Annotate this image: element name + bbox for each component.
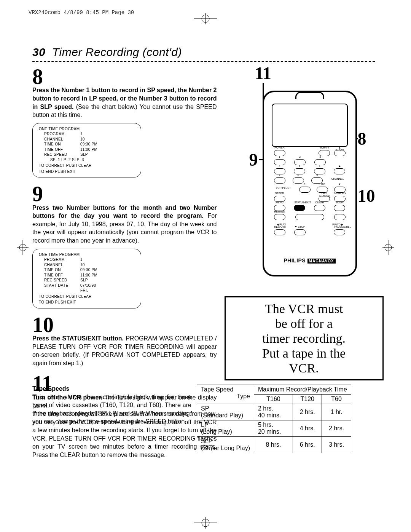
remote-brand: PHILIPS MAGNAVOX bbox=[264, 257, 355, 264]
remote-btn-0 bbox=[299, 187, 311, 193]
osd2-r3-v: 11:00 PM bbox=[80, 273, 97, 278]
cell-lp-t160: 5 hrs. 20 mins. bbox=[254, 420, 293, 437]
cell-sp-l2: (Standard Play) bbox=[201, 412, 250, 419]
remote-channel-up bbox=[334, 168, 345, 174]
tape-speeds-text: Tape Speeds This chart shows the recordi… bbox=[32, 385, 197, 453]
osd2-r3-l: TIME OFF bbox=[37, 273, 80, 278]
osd2-r1-l: CHANNEL bbox=[37, 262, 80, 268]
remote-slow-button bbox=[334, 205, 345, 211]
crop-mark-right bbox=[375, 240, 394, 257]
osd1-r1-l: CHANNEL bbox=[37, 137, 80, 142]
callout-8: 8 bbox=[358, 129, 366, 149]
remote-stop-button bbox=[294, 229, 306, 235]
cell-sp-type: SP (Standard Play) bbox=[197, 404, 254, 420]
tape-speeds-section: Tape Speeds This chart shows the recordi… bbox=[32, 385, 375, 453]
brand-magnavox: MAGNAVOX bbox=[307, 259, 336, 264]
osd1-r1-v: 10 bbox=[80, 137, 85, 142]
warn-line-4: Put a tape in the bbox=[228, 346, 380, 361]
th-tapespeed: Tape Speed Type bbox=[197, 385, 254, 404]
osd2-r1-v: 10 bbox=[80, 262, 85, 268]
tape-speeds-para: This chart shows the recording/playback … bbox=[32, 394, 191, 425]
osd2-r4-l: REC SPEED bbox=[37, 278, 80, 283]
warn-line-5: VCR. bbox=[228, 361, 380, 375]
osd-box-2: ONE TIME PROGRAM PROGRAM1 CHANNEL10 TIME… bbox=[32, 249, 141, 308]
th-tapespeed-l2: Type bbox=[201, 393, 250, 400]
cell-lp-t60: 2 hrs. bbox=[322, 420, 351, 437]
cell-slp-l2: (Super Long Play) bbox=[201, 445, 250, 452]
remote-ffwd-button bbox=[334, 214, 346, 220]
cell-sp-t160-b: 40 mins. bbox=[258, 412, 289, 419]
th-t160: T160 bbox=[254, 395, 293, 404]
page-header-slug: VRX240comb 4/8/99 8:45 PM Page 30 bbox=[29, 10, 134, 16]
remote-ir-window bbox=[295, 92, 324, 99]
tape-speeds-heading: Tape Speeds bbox=[32, 385, 70, 392]
cell-lp-type: LP (Long Play) bbox=[197, 420, 254, 437]
remote-statusexit-button bbox=[294, 205, 305, 211]
osd1-r3-v: 11:00 PM bbox=[80, 147, 97, 152]
title-divider bbox=[32, 61, 375, 62]
osd2-r5-l: START DATE bbox=[37, 283, 80, 288]
step-10-text: Press the STATUS/EXIT button. PROGRAM WA… bbox=[32, 334, 217, 367]
remote-clear-button bbox=[314, 205, 325, 211]
callout-10: 10 bbox=[358, 186, 375, 206]
th-tapespeed-l1: Tape Speed bbox=[201, 386, 250, 393]
remote-recotr-button bbox=[274, 229, 285, 235]
osd2-r2-l: TIME ON bbox=[37, 267, 80, 273]
page-number: 30 bbox=[32, 46, 45, 58]
cell-lp-l2: (Long Play) bbox=[201, 428, 250, 435]
cell-sp-l1: SP bbox=[201, 405, 250, 412]
remote-pause-button bbox=[334, 229, 345, 235]
remote-btn-7 bbox=[274, 177, 285, 184]
cell-lp-t160-b: 20 mins. bbox=[258, 428, 289, 435]
cell-lp-l1: LP bbox=[201, 422, 250, 428]
callout-9: 9 bbox=[249, 150, 258, 170]
warn-line-2: be off for a bbox=[228, 316, 380, 331]
remote-rewind-button bbox=[274, 214, 285, 220]
cell-sp-t120: 2 hrs. bbox=[293, 404, 322, 420]
osd1-r2-l: TIME ON bbox=[37, 142, 80, 147]
step-number-10: 10 bbox=[32, 315, 217, 334]
osd2-r6-v: FRI. bbox=[80, 288, 88, 293]
th-t120: T120 bbox=[293, 395, 322, 404]
page-title: 30 Timer Recording (cont'd) bbox=[32, 46, 375, 59]
step-10-bold: Press the STATUS/EXIT button. bbox=[32, 335, 124, 342]
cell-slp-type: SLP (Super Long Play) bbox=[197, 437, 254, 453]
cell-sp-t160-a: 2 hrs. bbox=[258, 405, 289, 412]
cell-sp-t60: 1 hr. bbox=[322, 404, 351, 420]
warn-line-3: timer recording. bbox=[228, 331, 380, 346]
step-number-9: 9 bbox=[32, 184, 217, 203]
remote-illustration: CHANNEL VCR PLUS+ bbox=[263, 91, 358, 277]
table-row: LP (Long Play) 5 hrs. 20 mins. 4 hrs. 2 … bbox=[197, 420, 351, 437]
brand-philips: PHILIPS bbox=[284, 257, 306, 264]
osd1-footer2: TO END PUSH EXIT bbox=[37, 169, 136, 174]
step-9-text: Press two Number buttons for the month a… bbox=[32, 204, 217, 245]
osd2-footer1: TO CORRECT PUSH CLEAR bbox=[37, 294, 136, 299]
osd1-r4-l: REC SPEED bbox=[37, 152, 80, 157]
osd2-r0-v: 1 bbox=[80, 257, 83, 262]
table-row: Tape Speed Type Maximum Record/Playback … bbox=[197, 385, 351, 395]
osd1-title: ONE TIME PROGRAM bbox=[37, 126, 136, 132]
osd2-r0-l: PROGRAM bbox=[37, 257, 80, 262]
osd1-r3-l: TIME OFF bbox=[37, 147, 80, 152]
warn-line-1: The VCR must bbox=[228, 301, 380, 316]
callout-11: 11 bbox=[255, 63, 271, 83]
cell-slp-l1: SLP bbox=[201, 438, 250, 445]
osd1-speedline: SP=1 LP=2 SLP=3 bbox=[37, 157, 136, 163]
osd1-r4-v: SLP bbox=[80, 152, 88, 157]
cell-slp-t120: 6 hrs. bbox=[293, 437, 322, 453]
osd1-r0-l: PROGRAM bbox=[37, 131, 80, 137]
remote-play-bar bbox=[295, 214, 324, 220]
cell-slp-t160: 8 hrs. bbox=[254, 437, 293, 453]
osd1-r0-v: 1 bbox=[80, 131, 83, 137]
osd2-footer2: TO END PUSH EXIT bbox=[37, 300, 136, 305]
crop-mark-bottom bbox=[186, 506, 225, 530]
th-t60: T60 bbox=[322, 395, 351, 404]
remote-display bbox=[272, 104, 348, 147]
crop-mark-top bbox=[186, 13, 225, 37]
th-max: Maximum Record/Playback Time bbox=[254, 385, 351, 395]
cell-lp-t120: 4 hrs. bbox=[293, 420, 322, 437]
osd-box-1: ONE TIME PROGRAM PROGRAM1 CHANNEL10 TIME… bbox=[32, 123, 141, 178]
step-8-text: Press the Number 1 button to record in S… bbox=[32, 86, 217, 119]
osd1-footer1: TO CORRECT PUSH CLEAR bbox=[37, 163, 136, 168]
warning-box: The VCR must be off for a timer recordin… bbox=[225, 296, 384, 380]
